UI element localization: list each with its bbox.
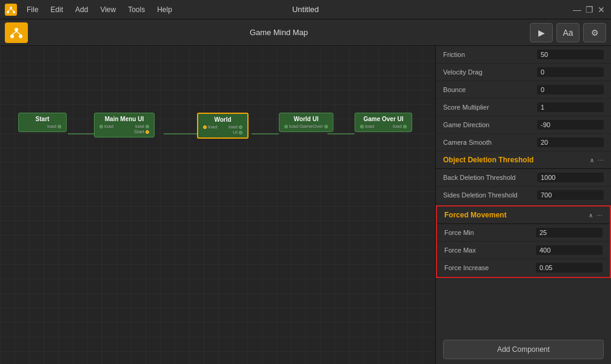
forced-movement-title: Forced Movement	[444, 211, 586, 219]
node-start[interactable]: Start load	[18, 113, 67, 132]
port-dot-world-right	[239, 125, 242, 129]
node-game-over-ui-title: Game Over UI	[360, 116, 407, 122]
prop-camera-smooth: Camera Smooth 20	[436, 134, 611, 151]
port-dot-gov-right	[403, 125, 407, 128]
window-title: Untitled	[292, 5, 319, 14]
add-component-button[interactable]: Add Component	[443, 340, 604, 359]
svg-line-9	[16, 31, 21, 35]
prop-score-multiplier-label: Score Multiplier	[443, 104, 532, 111]
main-area: Start load Main Menu UI load load	[0, 46, 611, 364]
toolbar-icon-button[interactable]	[5, 22, 28, 43]
prop-force-min-label: Force Min	[444, 229, 531, 236]
prop-friction: Friction 50	[436, 46, 611, 64]
prop-force-increase-label: Force Increase	[444, 264, 531, 271]
prop-friction-label: Friction	[443, 51, 532, 58]
forced-movement-more-icon[interactable]: ⋯	[596, 212, 603, 219]
close-button[interactable]: ✕	[596, 5, 606, 15]
port-ui: UI	[233, 130, 242, 135]
right-panel: Friction 50 Velocity Drag 0 Bounce 0 Sco…	[435, 46, 611, 364]
prop-score-multiplier-value[interactable]: 1	[537, 102, 604, 112]
port-world-ui-load: load	[284, 124, 298, 129]
prop-camera-smooth-label: Camera Smooth	[443, 139, 532, 146]
prop-velocity-drag-value[interactable]: 0	[537, 67, 604, 77]
prop-camera-smooth-value[interactable]: 20	[537, 137, 604, 147]
port-dot-gov-left	[360, 125, 364, 128]
prop-game-direction: Game Direction -90	[436, 116, 611, 134]
prop-bounce-value[interactable]: 0	[537, 85, 604, 94]
port-dot-left	[99, 125, 103, 128]
svg-point-0	[10, 7, 12, 9]
menu-edit[interactable]: Edit	[45, 4, 68, 15]
node-main-menu-start-port: Start	[99, 129, 149, 134]
play-button[interactable]: ▶	[530, 23, 553, 42]
prop-back-deletion: Back Deletion Threshold 1000	[436, 169, 611, 187]
titlebar: File Edit Add View Tools Help Untitled —…	[0, 0, 611, 19]
port-right: load	[135, 124, 149, 129]
node-world-ui-ports: load GameOver	[284, 124, 328, 129]
node-world-title: World	[203, 116, 242, 123]
forced-movement-header[interactable]: Forced Movement ∧ ⋯	[437, 207, 610, 224]
prop-velocity-drag: Velocity Drag 0	[436, 64, 611, 81]
port-dot-ui	[239, 131, 242, 134]
menu-file[interactable]: File	[22, 4, 43, 15]
svg-point-1	[7, 11, 9, 13]
font-button[interactable]: Aa	[556, 23, 579, 42]
prop-back-deletion-label: Back Deletion Threshold	[443, 174, 532, 181]
prop-score-multiplier: Score Multiplier 1	[436, 99, 611, 116]
menu-help[interactable]: Help	[152, 4, 177, 15]
prop-bounce-label: Bounce	[443, 86, 532, 93]
node-world-ports: load load	[203, 124, 242, 130]
port-dot-right1	[145, 125, 149, 128]
node-game-over-ui[interactable]: Game Over UI load load	[355, 113, 412, 132]
node-start-title: Start	[24, 116, 61, 122]
svg-line-3	[8, 9, 11, 11]
port-game-over: GameOver	[299, 124, 328, 129]
settings-button[interactable]: ⚙	[583, 23, 606, 42]
menu-view[interactable]: View	[95, 4, 121, 15]
port-dot	[58, 125, 61, 128]
port-load: load	[47, 124, 61, 129]
node-start-ports: load	[24, 124, 61, 129]
menu-add[interactable]: Add	[70, 4, 93, 15]
prop-force-increase-value[interactable]: 0.05	[536, 263, 603, 273]
forced-movement-section: Forced Movement ∧ ⋯ Force Min 25 Force M…	[436, 205, 611, 278]
prop-force-max: Force Max 400	[437, 242, 610, 259]
port-dot-wui-left	[284, 125, 288, 128]
object-deletion-section-header[interactable]: Object Deletion Threshold ∧ ⋯	[436, 151, 611, 169]
prop-friction-value[interactable]: 50	[537, 50, 604, 59]
forced-movement-collapse-icon[interactable]: ∧	[589, 212, 593, 219]
node-main-menu-ui-title: Main Menu UI	[99, 116, 149, 122]
node-game-over-ui-ports: load load	[360, 124, 407, 129]
prop-velocity-drag-label: Velocity Drag	[443, 68, 532, 76]
prop-force-min: Force Min 25	[437, 224, 610, 242]
svg-point-6	[10, 35, 14, 38]
window-controls: — ❐ ✕	[572, 5, 606, 15]
svg-line-8	[12, 31, 16, 35]
canvas-area[interactable]: Start load Main Menu UI load load	[0, 46, 435, 364]
prop-game-direction-value[interactable]: -90	[537, 120, 604, 130]
minimize-button[interactable]: —	[572, 5, 582, 15]
prop-sides-deletion-label: Sides Deletion Threshold	[443, 191, 532, 199]
object-deletion-title: Object Deletion Threshold	[443, 156, 587, 164]
port-gov-load-right: load	[393, 124, 407, 129]
menu-tools[interactable]: Tools	[123, 4, 150, 15]
prop-sides-deletion: Sides Deletion Threshold 700	[436, 187, 611, 204]
collapse-icon[interactable]: ∧	[590, 157, 594, 164]
port-start: Start	[134, 129, 149, 134]
node-world-ui[interactable]: World UI load GameOver	[279, 113, 333, 132]
prop-sides-deletion-value[interactable]: 700	[537, 190, 604, 200]
svg-point-7	[19, 35, 22, 38]
port-dot-world-left	[203, 125, 207, 129]
svg-point-5	[15, 28, 18, 31]
node-main-menu-ui[interactable]: Main Menu UI load load Start	[94, 113, 155, 137]
prop-bounce: Bounce 0	[436, 81, 611, 99]
prop-force-max-value[interactable]: 400	[536, 245, 603, 255]
maximize-button[interactable]: ❐	[584, 5, 594, 15]
port-dot-start	[145, 130, 149, 134]
more-options-icon[interactable]: ⋯	[598, 157, 604, 164]
prop-force-max-label: Force Max	[444, 247, 531, 254]
toolbar-label: Game Mind Map	[32, 28, 526, 37]
prop-force-min-value[interactable]: 25	[536, 228, 603, 237]
prop-back-deletion-value[interactable]: 1000	[537, 173, 604, 182]
node-world[interactable]: World load load UI	[197, 113, 249, 139]
